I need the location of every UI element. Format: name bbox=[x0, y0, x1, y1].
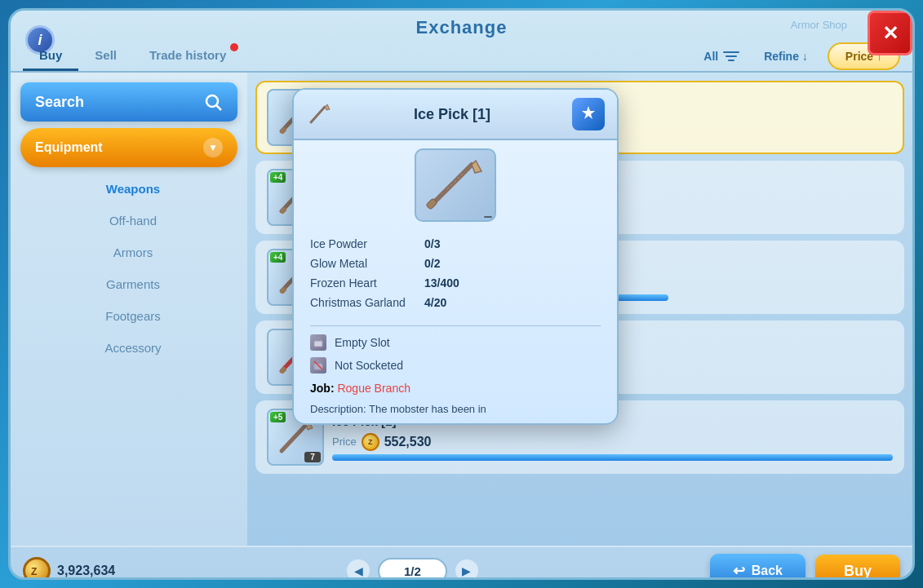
trade-history-badge bbox=[230, 43, 238, 51]
all-filter[interactable]: All bbox=[692, 45, 751, 68]
page-indicator: 1/2 bbox=[378, 558, 447, 581]
stat-value: 13/400 bbox=[424, 276, 459, 290]
item-plus-badge: +4 bbox=[270, 252, 286, 263]
tab-sell[interactable]: Sell bbox=[78, 42, 133, 71]
svg-marker-20 bbox=[472, 161, 481, 173]
price-value: 552,530 bbox=[384, 435, 432, 449]
job-branch: Branch bbox=[375, 382, 410, 395]
equipment-button[interactable]: Equipment ▼ bbox=[20, 128, 237, 167]
popup-weapon-icon bbox=[306, 101, 332, 127]
exchange-window: i Armor Shop Exchange Buy Sell Trade his… bbox=[8, 8, 915, 580]
zeny-display: Z 3,923,634 bbox=[23, 557, 115, 580]
svg-marker-18 bbox=[325, 104, 330, 110]
back-icon: ↩ bbox=[733, 562, 745, 580]
close-button[interactable] bbox=[868, 11, 912, 55]
not-socketed-icon bbox=[310, 357, 326, 374]
zeny-large-coin: Z bbox=[23, 557, 51, 580]
popup-header: Ice Pick [1] bbox=[294, 90, 617, 140]
item-price-row: Price Z 552,530 bbox=[332, 433, 893, 451]
price-bar bbox=[332, 454, 893, 461]
stat-name: Frozen Heart bbox=[310, 276, 424, 290]
search-icon bbox=[203, 92, 223, 112]
svg-text:Z: Z bbox=[31, 566, 37, 577]
stat-row: Frozen Heart 13/400 bbox=[310, 273, 601, 293]
tab-trade-history[interactable]: Trade history bbox=[133, 42, 242, 71]
job-label: Job: bbox=[310, 382, 335, 395]
stat-name: Christmas Garland bbox=[310, 296, 424, 309]
description-row: Description: The mobster has been in bbox=[294, 400, 617, 423]
filter-icon bbox=[723, 50, 739, 63]
category-garments[interactable]: Garments bbox=[29, 269, 237, 299]
empty-slot-label: Empty Slot bbox=[335, 336, 390, 349]
back-button[interactable]: ↩ Back bbox=[710, 554, 805, 580]
popup-stats: Ice Powder 0/3 Glow Metal 0/2 Frozen Hea… bbox=[294, 230, 617, 321]
not-socketed-row: Not Socketed bbox=[294, 354, 617, 377]
item-badge: 7 bbox=[304, 452, 321, 462]
category-offhand[interactable]: Off-hand bbox=[29, 206, 237, 236]
not-socketed-label: Not Socketed bbox=[335, 359, 403, 372]
popup-img-box bbox=[415, 148, 496, 222]
svg-line-1 bbox=[217, 106, 222, 111]
stat-row: Glow Metal 0/2 bbox=[310, 254, 601, 273]
bottom-bar: Z 3,923,634 ◀ 1/2 ▶ ↩ Back Buy bbox=[11, 546, 912, 580]
category-footgears[interactable]: Footgears bbox=[29, 301, 237, 331]
buy-button[interactable]: Buy bbox=[815, 555, 900, 581]
svg-point-0 bbox=[206, 95, 218, 107]
item-plus-badge: +4 bbox=[270, 172, 286, 183]
category-accessory[interactable]: Accessory bbox=[29, 333, 237, 363]
stat-name: Ice Powder bbox=[310, 237, 424, 250]
job-row: Job: Rogue Branch bbox=[294, 377, 617, 400]
sidebar: Search Equipment ▼ Weapons Off-hand Armo… bbox=[11, 73, 247, 546]
stat-value: 0/3 bbox=[424, 237, 440, 250]
exchange-header: Exchange bbox=[11, 11, 912, 42]
category-armors[interactable]: Armors bbox=[29, 237, 237, 267]
stat-name: Glow Metal bbox=[310, 257, 424, 270]
chevron-down-icon: ▼ bbox=[203, 138, 223, 157]
search-button[interactable]: Search bbox=[20, 82, 237, 122]
stat-row: Christmas Garland 4/20 bbox=[310, 293, 601, 312]
popup-title: Ice Pick [1] bbox=[342, 106, 562, 123]
empty-slot-row: Empty Slot bbox=[294, 331, 617, 354]
stat-row: Ice Powder 0/3 bbox=[310, 234, 601, 254]
empty-slot-icon bbox=[310, 334, 326, 351]
zeny-icon: Z bbox=[29, 563, 45, 579]
prev-page-button[interactable]: ◀ bbox=[347, 559, 370, 580]
tab-buy[interactable]: Buy bbox=[23, 42, 78, 71]
popup-img-badge bbox=[484, 216, 492, 218]
popup-item-image bbox=[294, 140, 617, 230]
stat-value: 4/20 bbox=[424, 296, 446, 309]
job-rogue: Rogue bbox=[337, 382, 371, 395]
category-weapons[interactable]: Weapons bbox=[29, 174, 237, 204]
zeny-amount: 3,923,634 bbox=[57, 564, 115, 578]
popup-ice-pick-image bbox=[423, 157, 488, 214]
svg-line-14 bbox=[282, 425, 306, 451]
item-detail-popup: Ice Pick [1] Ice Powder bbox=[292, 88, 619, 425]
svg-line-17 bbox=[311, 107, 325, 122]
popup-divider bbox=[310, 325, 601, 326]
svg-rect-23 bbox=[314, 341, 322, 347]
item-plus-badge: +5 bbox=[270, 412, 286, 422]
category-list: Weapons Off-hand Armors Garments Footgea… bbox=[20, 174, 237, 363]
stat-value: 0/2 bbox=[424, 257, 440, 270]
tabs-row: Buy Sell Trade history All Refine ↓ Pric… bbox=[11, 42, 912, 73]
next-page-button[interactable]: ▶ bbox=[455, 559, 478, 580]
exchange-title: Exchange bbox=[416, 17, 508, 38]
page-navigation: ◀ 1/2 ▶ bbox=[347, 558, 478, 581]
price-label: Price bbox=[332, 435, 357, 448]
refine-button[interactable]: Refine ↓ bbox=[751, 45, 821, 68]
zeny-coin: Z bbox=[362, 433, 379, 451]
popup-corner-badge bbox=[572, 98, 605, 130]
